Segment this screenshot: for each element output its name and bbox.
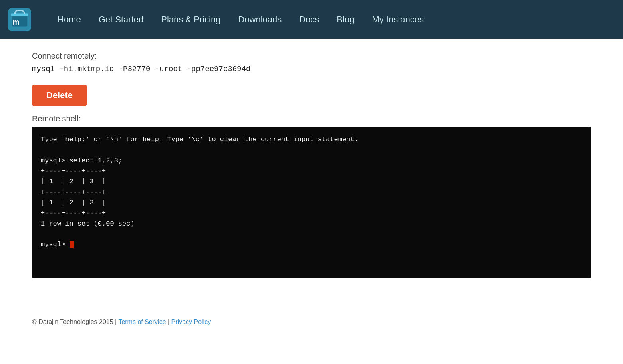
terminal-line-5: | 1 | 2 | 3 | <box>41 178 106 185</box>
terminal-output[interactable]: Type 'help;' or '\h' for help. Type '\c'… <box>32 127 591 278</box>
delete-button[interactable]: Delete <box>32 85 87 106</box>
terminal-prompt: mysql> <box>41 241 69 248</box>
nav-get-started[interactable]: Get Started <box>90 14 153 25</box>
footer-tos-link[interactable]: Terms of Service <box>118 318 166 325</box>
terminal-line-1: Type 'help;' or '\h' for help. Type '\c'… <box>41 136 359 143</box>
footer-copyright: © Datajin Technologies 2015 | <box>32 318 118 325</box>
terminal-cursor <box>70 241 74 248</box>
terminal-line-7: | 1 | 2 | 3 | <box>41 199 106 206</box>
nav-my-instances[interactable]: My Instances <box>363 14 433 25</box>
terminal-line-3: mysql> select 1,2,3; <box>41 157 122 164</box>
svg-rect-2 <box>11 13 28 16</box>
terminal-line-9: 1 row in set (0.00 sec) <box>41 220 135 228</box>
nav-docs[interactable]: Docs <box>290 14 328 25</box>
terminal-line-8: +----+----+----+ <box>41 209 106 217</box>
nav-blog[interactable]: Blog <box>328 14 363 25</box>
connect-label: Connect remotely: <box>32 51 591 61</box>
connect-command: mysql -hi.mktmp.io -P32770 -uroot -pp7ee… <box>32 65 591 73</box>
site-logo[interactable]: m <box>8 8 31 31</box>
footer: © Datajin Technologies 2015 | Terms of S… <box>0 307 623 337</box>
nav-links: Home Get Started Plans & Pricing Downloa… <box>41 0 440 39</box>
nav-plans-pricing[interactable]: Plans & Pricing <box>152 14 229 25</box>
terminal-line-4: +----+----+----+ <box>41 167 106 175</box>
footer-sep: | <box>166 318 171 325</box>
nav-downloads[interactable]: Downloads <box>229 14 290 25</box>
navbar: m Home Get Started Plans & Pricing Downl… <box>0 0 623 39</box>
svg-text:m: m <box>13 18 20 26</box>
main-content: Connect remotely: mysql -hi.mktmp.io -P3… <box>0 39 623 291</box>
shell-label: Remote shell: <box>32 114 591 123</box>
terminal-line-6: +----+----+----+ <box>41 188 106 196</box>
footer-privacy-link[interactable]: Privacy Policy <box>171 318 211 325</box>
nav-home[interactable]: Home <box>49 14 90 25</box>
